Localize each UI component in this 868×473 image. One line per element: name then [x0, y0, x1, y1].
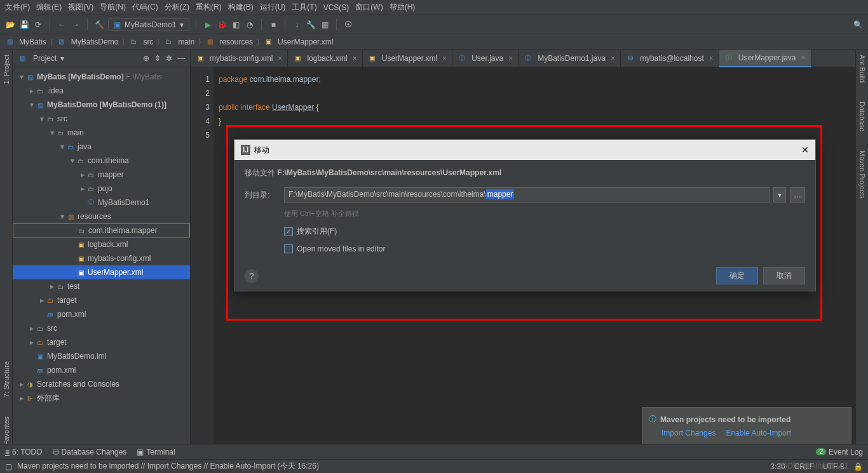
forward-icon[interactable]: → — [71, 20, 81, 30]
stop-icon[interactable]: ■ — [268, 20, 278, 30]
tab-logback[interactable]: ▣logback.xml× — [288, 50, 362, 67]
menu-file[interactable]: 文件(F) — [5, 2, 30, 13]
target-icon[interactable]: ⊕ — [143, 54, 149, 63]
close-icon[interactable]: ✕ — [801, 145, 809, 155]
menu-help[interactable]: 帮助(H) — [390, 2, 416, 13]
tree-mapper-pkg[interactable]: 🗀com.itheima.mapper — [13, 223, 190, 237]
status-icon[interactable]: ▢ — [5, 462, 12, 471]
tree-java[interactable]: ▾🗀java — [13, 140, 190, 154]
menu-refactor[interactable]: 重构(R) — [196, 2, 222, 13]
tree-usermapper[interactable]: ▣UserMapper.xml — [13, 265, 190, 279]
menu-edit[interactable]: 编辑(E) — [36, 2, 62, 13]
collapse-icon[interactable]: ⇕ — [154, 54, 161, 63]
tree-resources[interactable]: ▾▧resources — [13, 210, 190, 223]
tool-db-changes[interactable]: ⛁ Database Changes — [53, 448, 127, 456]
menu-navigate[interactable]: 导航(N) — [100, 2, 126, 13]
tree-pkg[interactable]: ▾🗀com.itheima — [13, 154, 190, 168]
tree-target2[interactable]: ▸🗀target — [13, 335, 190, 349]
tree-main[interactable]: ▾🗀main — [13, 126, 190, 140]
tree-idea[interactable]: ▸🗀.idea — [13, 84, 190, 98]
enable-auto-import-link[interactable]: Enable Auto-Import — [726, 429, 791, 437]
tree-mapper[interactable]: ▸🗀mapper — [13, 168, 190, 182]
checkbox-icon[interactable] — [284, 227, 293, 236]
close-icon[interactable]: × — [353, 54, 357, 63]
bc-4[interactable]: ▧resources — [205, 37, 253, 46]
close-icon[interactable]: × — [442, 54, 447, 63]
tool-ant[interactable]: Ant Build — [858, 55, 866, 83]
close-icon[interactable]: × — [278, 54, 282, 63]
coverage-icon[interactable]: ◧ — [231, 20, 241, 30]
dest-dropdown[interactable]: ▾ — [773, 187, 786, 203]
tool-terminal[interactable]: ▣ Terminal — [137, 448, 175, 456]
dest-input[interactable]: F:\MyBatis\MyBatisDemo\src\main\resource… — [284, 187, 770, 203]
search-icon[interactable]: 🔍 — [853, 20, 863, 30]
tab-demo1-java[interactable]: ⒸMyBatisDemo1.java× — [519, 50, 621, 67]
tree-src2[interactable]: ▸🗀src — [13, 321, 190, 335]
cancel-button[interactable]: 取消 — [763, 267, 805, 284]
lock-icon[interactable]: 🔒 — [853, 462, 863, 471]
import-changes-link[interactable]: Import Changes — [661, 429, 715, 437]
tree-logback[interactable]: ▣logback.xml — [13, 237, 190, 251]
tool-structure[interactable]: 7: Structure — [3, 361, 10, 397]
checkbox-icon[interactable] — [284, 244, 293, 253]
close-icon[interactable]: × — [611, 54, 615, 63]
project-structure-icon[interactable]: ▦ — [320, 20, 330, 30]
project-tree[interactable]: ▾▧MyBatis [MyBatisDemo] F:\MyBatis ▸🗀.id… — [13, 67, 190, 458]
tree-demo[interactable]: ▾▧MyBatisDemo [MyBatisDemo (1)] — [13, 98, 190, 112]
event-log[interactable]: 2 Event Log — [816, 448, 863, 456]
hide-icon[interactable]: — — [177, 54, 185, 63]
debug-icon[interactable]: 🐞 — [217, 20, 227, 30]
tree-scratch[interactable]: ▸◑Scratches and Consoles — [13, 377, 190, 391]
tree-pom2[interactable]: mpom.xml — [13, 363, 190, 377]
bc-2[interactable]: 🗀src — [129, 37, 153, 46]
tree-pojo[interactable]: ▸🗀pojo — [13, 182, 190, 196]
menu-code[interactable]: 代码(C) — [132, 2, 158, 13]
tree-src[interactable]: ▾🗀src — [13, 112, 190, 126]
tool-maven[interactable]: Maven Projects — [858, 150, 866, 199]
bc-root[interactable]: ▧MyBatis — [5, 37, 46, 46]
tree-iml[interactable]: ▣MyBatisDemo.iml — [13, 349, 190, 363]
search-everywhere-icon[interactable]: ⦿ — [343, 20, 353, 30]
ok-button[interactable]: 确定 — [716, 267, 758, 284]
profile-icon[interactable]: ◔ — [245, 20, 255, 30]
refresh-icon[interactable]: ⟳ — [33, 20, 43, 30]
menu-vcs[interactable]: VCS(S) — [323, 3, 349, 12]
help-icon[interactable]: ? — [245, 269, 259, 283]
tree-root[interactable]: ▾▧MyBatis [MyBatisDemo] F:\MyBatis — [13, 70, 190, 84]
dest-browse[interactable]: … — [790, 187, 805, 203]
back-icon[interactable]: ← — [57, 20, 67, 30]
tab-usermapper-java[interactable]: ⒾUserMapper.java× — [719, 50, 811, 67]
close-icon[interactable]: × — [508, 54, 513, 63]
tab-user-java[interactable]: ⒸUser.java× — [452, 50, 519, 67]
tree-extlib[interactable]: ▸⊪外部库 — [13, 391, 190, 405]
tree-test[interactable]: ▸🗀test — [13, 279, 190, 293]
bc-5[interactable]: ▣UserMapper.xml — [264, 37, 333, 46]
chk-open-moved[interactable]: Open moved files in editor — [284, 244, 805, 253]
tool-project[interactable]: 1: Project — [3, 55, 10, 84]
menu-tools[interactable]: 工具(T) — [292, 2, 316, 13]
menu-view[interactable]: 视图(V) — [68, 2, 93, 13]
close-icon[interactable]: × — [801, 53, 806, 62]
chk-search-refs[interactable]: 搜索引用(F) — [284, 226, 805, 237]
tool-todo[interactable]: ≡ 6: TODO — [5, 448, 43, 456]
tree-target1[interactable]: ▸🗀target — [13, 293, 190, 307]
run-config-select[interactable]: ▣ MyBatisDemo1 ▾ — [108, 18, 189, 31]
tab-mybatis-config[interactable]: ▣mybatis-config.xml× — [191, 50, 288, 67]
vcs-update-icon[interactable]: ↓ — [292, 20, 302, 30]
chevron-down-icon[interactable]: ▾ — [60, 54, 64, 63]
settings-icon[interactable]: 🔧 — [306, 20, 316, 30]
menu-window[interactable]: 窗口(W) — [355, 2, 383, 13]
tab-db[interactable]: ⛁mybatis@localhost× — [621, 50, 719, 67]
tree-pom1[interactable]: mpom.xml — [13, 307, 190, 321]
gear-icon[interactable]: ✲ — [166, 54, 172, 63]
run-icon[interactable]: ▶ — [203, 20, 213, 30]
save-icon[interactable]: 💾 — [19, 20, 29, 30]
tree-demo1[interactable]: ⒸMyBatisDemo1 — [13, 196, 190, 210]
menu-build[interactable]: 构建(B) — [228, 2, 254, 13]
build-icon[interactable]: 🔨 — [94, 20, 104, 30]
open-icon[interactable]: 📂 — [5, 20, 15, 30]
tab-usermapper-xml[interactable]: ▣UserMapper.xml× — [363, 50, 452, 67]
menu-run[interactable]: 运行(U) — [260, 2, 286, 13]
close-icon[interactable]: × — [709, 54, 714, 63]
menu-analyze[interactable]: 分析(Z) — [165, 2, 189, 13]
